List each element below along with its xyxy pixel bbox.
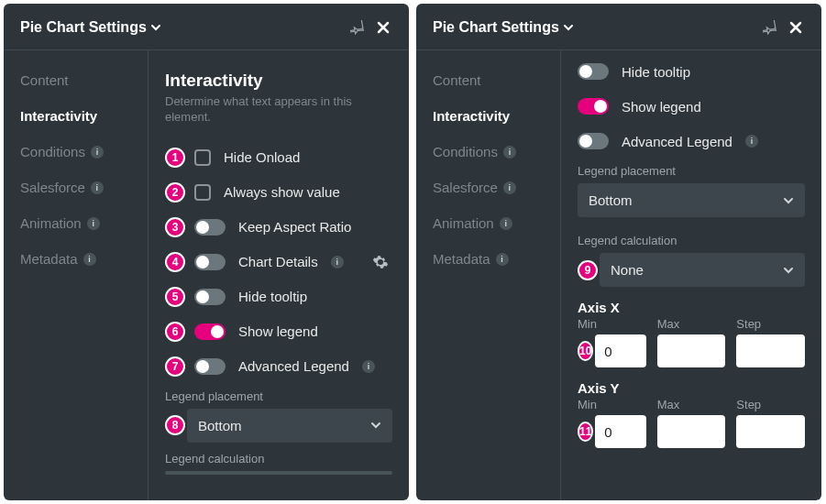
annotation-marker: 6	[165, 322, 185, 342]
select-value: Bottom	[589, 192, 633, 208]
axis-x-title: Axis X	[578, 300, 805, 315]
legend-calc-select[interactable]: None	[600, 253, 805, 287]
sidebar-item-label: Animation	[20, 215, 82, 231]
sidebar-item-label: Metadata	[433, 251, 490, 267]
info-badge-icon: i	[83, 253, 96, 266]
sidebar-item-content[interactable]: Content	[433, 72, 560, 88]
close-icon	[375, 19, 391, 36]
axis-x-min-input[interactable]	[595, 334, 645, 367]
legend-placement-select[interactable]: Bottom	[187, 409, 392, 443]
content-area: Interactivity Determine what text appear…	[149, 50, 409, 500]
advanced-legend-toggle[interactable]	[194, 358, 226, 375]
info-badge-icon: i	[745, 135, 758, 148]
sidebar-item-salesforce[interactable]: Salesforcei	[433, 180, 560, 195]
panel-title-dropdown[interactable]: Pie Chart Settings	[433, 19, 574, 36]
sidebar-item-conditions[interactable]: Conditionsi	[20, 144, 148, 159]
info-badge-icon: i	[91, 146, 104, 159]
legend-placement-select[interactable]: Bottom	[578, 183, 805, 217]
axis-x-block: Axis X Min 10 Max Step	[578, 300, 805, 367]
axis-y-step-input[interactable]	[736, 415, 805, 448]
panel-title-dropdown[interactable]: Pie Chart Settings	[20, 19, 161, 36]
chart-details-toggle[interactable]	[194, 254, 226, 270]
content-area: Hide tooltip Show legend Advanced Legend…	[561, 50, 821, 500]
axis-x-step-label: Step	[736, 317, 805, 331]
row-label: Advanced Legend	[238, 358, 349, 374]
info-badge-icon: i	[362, 360, 375, 373]
hide-tooltip-toggle[interactable]	[194, 289, 226, 305]
sidebar-item-label: Interactivity	[433, 108, 510, 124]
axis-y-step-label: Step	[736, 398, 805, 411]
annotation-marker: 11	[578, 422, 593, 442]
axis-x-min-label: Min	[578, 317, 646, 331]
chevron-down-icon	[563, 22, 574, 33]
show-legend-toggle[interactable]	[194, 323, 226, 340]
sidebar-item-animation[interactable]: Animationi	[433, 215, 560, 231]
row-chart-details: 4 Chart Details i	[165, 248, 392, 276]
info-badge-icon: i	[87, 217, 100, 230]
sidebar-item-metadata[interactable]: Metadatai	[20, 251, 148, 267]
panel-header: Pie Chart Settings	[416, 4, 821, 50]
row-label: Show legend	[622, 99, 701, 115]
annotation-marker: 2	[165, 182, 185, 203]
row-always-show-value: 2 Always show value	[165, 179, 392, 206]
legend-placement-label: Legend placement	[165, 389, 392, 403]
axis-y-max-input[interactable]	[657, 415, 726, 448]
panel-title-text: Pie Chart Settings	[20, 19, 147, 36]
show-legend-toggle[interactable]	[578, 98, 609, 115]
info-badge-icon: i	[503, 181, 516, 194]
axis-x-step-input[interactable]	[736, 334, 805, 367]
axis-x-max-input[interactable]	[657, 334, 726, 367]
row-advanced-legend: 7 Advanced Legend i	[165, 353, 392, 380]
settings-panel-right: Pie Chart Settings Content Interactivity…	[416, 4, 821, 500]
pin-icon[interactable]	[345, 15, 370, 40]
always-show-value-checkbox[interactable]	[194, 184, 211, 201]
axis-y-min-input[interactable]	[595, 415, 645, 448]
close-icon	[787, 19, 804, 36]
keep-aspect-toggle[interactable]	[194, 219, 226, 236]
sidebar-item-label: Content	[20, 72, 69, 88]
row-label: Advanced Legend	[622, 134, 732, 149]
content-subhead: Determine what text appears in this elem…	[165, 94, 392, 126]
sidebar-item-salesforce[interactable]: Salesforcei	[20, 180, 148, 195]
hide-tooltip-toggle[interactable]	[578, 63, 609, 80]
axis-y-min-label: Min	[578, 398, 646, 411]
axis-y-title: Axis Y	[578, 380, 805, 396]
annotation-marker: 9	[578, 260, 598, 280]
hide-onload-checkbox[interactable]	[194, 149, 211, 166]
info-badge-icon: i	[500, 217, 512, 230]
sidebar-item-animation[interactable]: Animationi	[20, 215, 148, 231]
axis-x-max-label: Max	[657, 317, 726, 331]
legend-calc-label: Legend calculation	[165, 452, 392, 466]
pin-icon[interactable]	[757, 15, 783, 40]
sidebar-item-interactivity[interactable]: Interactivity	[20, 108, 148, 124]
row-keep-aspect: 3 Keep Aspect Ratio	[165, 214, 392, 241]
annotation-marker: 10	[578, 341, 593, 361]
row-hide-tooltip: Hide tooltip	[578, 58, 805, 85]
panel-body: Content Interactivity Conditionsi Salesf…	[416, 50, 821, 500]
annotation-marker: 8	[165, 415, 185, 435]
sidebar-item-label: Content	[433, 72, 481, 88]
panel-title-text: Pie Chart Settings	[433, 19, 559, 36]
axis-y-block: Axis Y Min 11 Max Step	[578, 380, 805, 448]
sidebar-item-conditions[interactable]: Conditionsi	[433, 144, 560, 159]
info-badge-icon: i	[91, 181, 104, 194]
annotation-marker: 5	[165, 287, 185, 307]
panel-header: Pie Chart Settings	[4, 4, 409, 50]
sidebar-item-label: Salesforce	[433, 180, 498, 195]
sidebar-item-interactivity[interactable]: Interactivity	[433, 108, 560, 124]
close-button[interactable]	[783, 15, 809, 40]
chevron-down-icon	[783, 195, 794, 206]
sidebar-item-content[interactable]: Content	[20, 72, 148, 88]
sidebar: Content Interactivity Conditionsi Salesf…	[4, 50, 149, 500]
info-badge-icon: i	[331, 256, 344, 268]
row-hide-onload: 1 Hide Onload	[165, 144, 392, 171]
close-button[interactable]	[370, 15, 396, 40]
row-label: Show legend	[238, 323, 318, 339]
sidebar-item-metadata[interactable]: Metadatai	[433, 251, 560, 267]
advanced-legend-toggle[interactable]	[578, 133, 609, 149]
annotation-marker: 3	[165, 217, 185, 237]
row-label: Hide Onload	[224, 149, 300, 165]
row-label: Hide tooltip	[238, 289, 307, 304]
chart-details-gear-button[interactable]	[372, 254, 392, 270]
annotation-marker: 7	[165, 356, 185, 377]
